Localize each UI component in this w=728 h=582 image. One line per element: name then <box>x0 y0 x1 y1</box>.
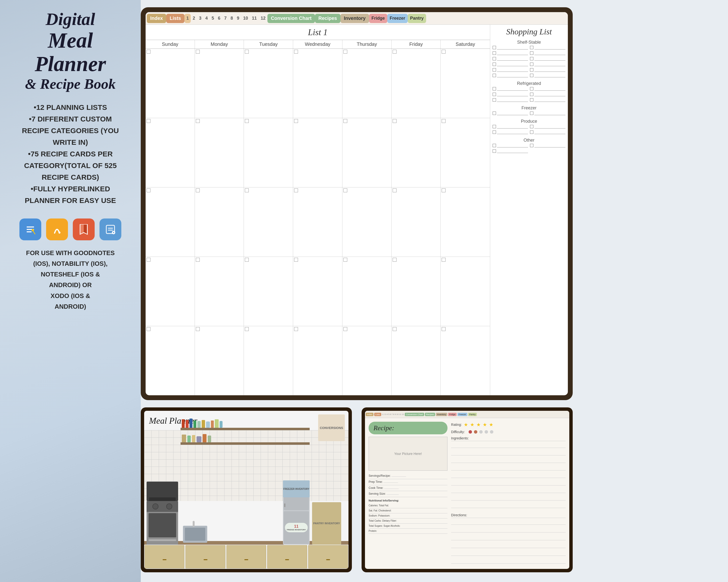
cal-cell[interactable] <box>195 326 244 395</box>
cal-cell[interactable] <box>293 49 342 118</box>
r-tab-conversion[interactable]: Conversion Chart <box>405 413 424 416</box>
cal-cell[interactable] <box>392 118 441 187</box>
ingredient-line[interactable] <box>451 489 566 493</box>
cal-cell[interactable] <box>293 257 342 326</box>
tab-num-7[interactable]: 7 <box>222 14 229 23</box>
cal-cell[interactable] <box>342 188 392 256</box>
cal-cell[interactable] <box>392 49 441 118</box>
cal-cell[interactable] <box>342 118 392 187</box>
cal-cell[interactable] <box>342 257 392 326</box>
cal-cell[interactable] <box>244 326 293 395</box>
ingredient-line[interactable] <box>451 444 566 448</box>
tab-pantry[interactable]: Pantry <box>408 14 426 23</box>
cal-cell[interactable] <box>441 257 490 326</box>
direction-line[interactable] <box>451 528 566 532</box>
cal-cell[interactable] <box>195 257 244 326</box>
ingredient-line[interactable] <box>451 504 566 508</box>
star-4[interactable]: ★ <box>483 422 487 427</box>
cal-cell[interactable] <box>293 188 342 256</box>
star-5[interactable]: ★ <box>489 422 493 427</box>
shopping-checkbox[interactable] <box>530 57 534 60</box>
cal-cell[interactable] <box>244 118 293 187</box>
cal-cell[interactable] <box>441 188 490 256</box>
cal-cell[interactable] <box>195 118 244 187</box>
tab-num-10[interactable]: 10 <box>241 14 250 23</box>
cal-cell[interactable] <box>293 326 342 395</box>
cal-cell[interactable] <box>244 49 293 118</box>
ingredient-line[interactable] <box>451 481 566 486</box>
cal-cell[interactable] <box>392 326 441 395</box>
cal-cell[interactable] <box>441 326 490 395</box>
shopping-checkbox[interactable] <box>493 98 496 102</box>
shopping-checkbox[interactable] <box>493 125 496 128</box>
tab-lists[interactable]: Lists <box>166 14 184 23</box>
shopping-checkbox[interactable] <box>530 112 534 115</box>
tab-num-8[interactable]: 8 <box>229 14 235 23</box>
shopping-checkbox[interactable] <box>530 93 534 96</box>
direction-line[interactable] <box>451 536 566 540</box>
tab-num-1[interactable]: 1 <box>184 14 191 23</box>
r-tab-inventory[interactable]: Inventory <box>436 413 447 416</box>
shopping-checkbox[interactable] <box>493 93 496 96</box>
tab-num-9[interactable]: 9 <box>235 14 241 23</box>
r-tab-freezer[interactable]: Freezer <box>458 413 467 416</box>
tab-num-3[interactable]: 3 <box>197 14 203 23</box>
shopping-checkbox[interactable] <box>530 144 534 147</box>
shopping-checkbox[interactable] <box>530 46 534 49</box>
tab-num-6[interactable]: 6 <box>216 14 222 23</box>
tab-recipes[interactable]: Recipes <box>315 14 340 23</box>
cal-cell[interactable] <box>392 257 441 326</box>
diff-dot-1[interactable] <box>469 430 472 434</box>
cal-cell[interactable] <box>244 188 293 256</box>
shopping-checkbox[interactable] <box>493 46 496 49</box>
shopping-checkbox[interactable] <box>530 62 534 66</box>
tab-index[interactable]: Index <box>147 14 166 23</box>
tab-conversion[interactable]: Conversion Chart <box>267 14 315 23</box>
shopping-checkbox[interactable] <box>493 74 496 77</box>
r-tab-fridge[interactable]: Fridge <box>448 413 457 416</box>
tab-fridge[interactable]: Fridge <box>369 14 387 23</box>
cal-cell[interactable] <box>342 326 392 395</box>
shopping-checkbox[interactable] <box>530 125 534 128</box>
cal-cell[interactable] <box>195 49 244 118</box>
cal-cell[interactable] <box>146 49 195 118</box>
ingredient-line[interactable] <box>451 496 566 501</box>
shopping-checkbox[interactable] <box>493 62 496 66</box>
cal-cell[interactable] <box>146 188 195 256</box>
shopping-checkbox[interactable] <box>530 68 534 72</box>
conversions-box[interactable]: CONVERSIONS <box>318 414 345 441</box>
cal-cell[interactable] <box>441 118 490 187</box>
tab-num-4[interactable]: 4 <box>203 14 210 23</box>
shopping-checkbox[interactable] <box>493 87 496 90</box>
shopping-checkbox[interactable] <box>530 74 534 77</box>
cal-cell[interactable] <box>244 257 293 326</box>
cal-cell[interactable] <box>441 49 490 118</box>
direction-line[interactable] <box>451 551 566 556</box>
star-3[interactable]: ★ <box>476 422 481 427</box>
direction-line[interactable] <box>451 567 566 569</box>
shopping-checkbox[interactable] <box>530 51 534 55</box>
star-1[interactable]: ★ <box>464 422 468 427</box>
shopping-checkbox[interactable] <box>530 131 534 134</box>
cal-cell[interactable] <box>146 326 195 395</box>
shopping-checkbox[interactable] <box>493 68 496 72</box>
pantry-inventory-box[interactable]: PANTRY INVENTORY <box>312 502 341 545</box>
shopping-checkbox[interactable] <box>493 131 496 134</box>
shopping-checkbox[interactable] <box>493 112 496 115</box>
shopping-checkbox[interactable] <box>493 144 496 147</box>
tab-num-2[interactable]: 2 <box>191 14 197 23</box>
shopping-checkbox[interactable] <box>493 57 496 60</box>
star-2[interactable]: ★ <box>470 422 474 427</box>
fridge-inventory-badge[interactable]: 11 FRIDGE INVENTORY <box>285 523 308 532</box>
tab-num-12[interactable]: 12 <box>259 14 267 23</box>
ingredient-line[interactable] <box>451 451 566 455</box>
tab-inventory[interactable]: Inventory <box>340 14 369 23</box>
shopping-checkbox[interactable] <box>530 98 534 102</box>
cal-cell[interactable] <box>146 118 195 187</box>
r-tab-lists[interactable]: Lists <box>374 413 381 416</box>
r-tab-pantry[interactable]: Pantry <box>468 413 477 416</box>
shopping-checkbox[interactable] <box>493 149 496 153</box>
tab-num-11[interactable]: 11 <box>250 14 259 23</box>
direction-line[interactable] <box>451 544 566 548</box>
direction-line[interactable] <box>451 559 566 563</box>
